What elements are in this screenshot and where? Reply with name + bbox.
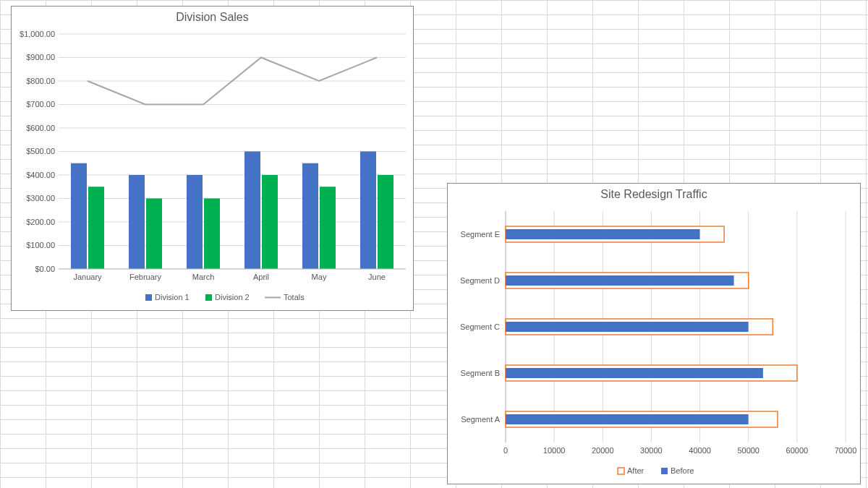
chart-title: Division Sales bbox=[12, 7, 413, 25]
svg-text:June: June bbox=[368, 273, 386, 281]
svg-text:Segment A: Segment A bbox=[461, 415, 500, 424]
svg-text:$0.00: $0.00 bbox=[35, 265, 55, 273]
chart-title: Site Redesign Traffic bbox=[448, 184, 860, 202]
svg-text:20000: 20000 bbox=[592, 446, 614, 455]
svg-text:Segment C: Segment C bbox=[460, 322, 500, 331]
svg-rect-43 bbox=[205, 294, 212, 301]
chart-legend: Division 1 Division 2 Totals bbox=[145, 293, 305, 301]
svg-text:Totals: Totals bbox=[284, 293, 305, 301]
svg-text:Division 2: Division 2 bbox=[215, 293, 250, 301]
svg-text:Before: Before bbox=[671, 466, 694, 475]
svg-rect-33 bbox=[378, 175, 393, 269]
svg-rect-26 bbox=[302, 163, 318, 269]
svg-text:Segment D: Segment D bbox=[460, 276, 500, 285]
svg-text:$300.00: $300.00 bbox=[26, 194, 55, 202]
chart-division-sales[interactable]: Division Sales $0.00 $100.00 $200.00 $30… bbox=[11, 6, 414, 311]
svg-text:60000: 60000 bbox=[786, 446, 809, 455]
x-axis-ticks: 0 10000 20000 30000 40000 50000 60000 70… bbox=[503, 446, 856, 455]
svg-text:$600.00: $600.00 bbox=[26, 124, 55, 132]
svg-rect-22 bbox=[71, 163, 87, 269]
chart-site-redesign[interactable]: Site Redesign Traffic bbox=[447, 183, 861, 484]
svg-text:30000: 30000 bbox=[640, 446, 663, 455]
svg-text:10000: 10000 bbox=[543, 446, 566, 455]
svg-text:40000: 40000 bbox=[689, 446, 711, 455]
y-axis-ticks: $0.00 $100.00 $200.00 $300.00 $400.00 $5… bbox=[20, 30, 55, 273]
svg-text:$200.00: $200.00 bbox=[26, 218, 55, 226]
svg-text:70000: 70000 bbox=[835, 446, 857, 455]
svg-rect-25 bbox=[244, 152, 260, 270]
y-axis-ticks: Segment E Segment D Segment C Segment B … bbox=[460, 230, 501, 424]
svg-text:$700.00: $700.00 bbox=[26, 100, 55, 108]
svg-text:After: After bbox=[627, 466, 644, 475]
svg-text:Segment B: Segment B bbox=[461, 369, 500, 377]
svg-rect-23 bbox=[129, 175, 145, 269]
svg-rect-63 bbox=[506, 368, 763, 378]
x-axis-ticks: January February March April May June bbox=[73, 273, 386, 281]
svg-rect-30 bbox=[204, 199, 220, 270]
svg-text:April: April bbox=[253, 273, 269, 281]
svg-rect-59 bbox=[506, 275, 734, 286]
svg-text:Segment E: Segment E bbox=[461, 230, 500, 239]
svg-text:0: 0 bbox=[503, 446, 508, 455]
svg-text:January: January bbox=[73, 273, 102, 281]
svg-rect-65 bbox=[506, 414, 749, 424]
svg-text:$100.00: $100.00 bbox=[26, 241, 55, 249]
svg-rect-32 bbox=[320, 187, 336, 269]
svg-rect-57 bbox=[506, 229, 700, 239]
svg-rect-61 bbox=[506, 322, 749, 332]
svg-rect-29 bbox=[146, 199, 162, 270]
chart-plot-area: $0.00 $100.00 $200.00 $300.00 $400.00 $5… bbox=[12, 27, 413, 309]
svg-text:March: March bbox=[192, 273, 215, 281]
svg-text:May: May bbox=[312, 273, 327, 281]
svg-text:50000: 50000 bbox=[737, 446, 760, 455]
svg-rect-31 bbox=[262, 175, 278, 269]
svg-text:February: February bbox=[129, 273, 162, 281]
svg-text:$900.00: $900.00 bbox=[26, 53, 55, 61]
svg-text:$500.00: $500.00 bbox=[26, 147, 55, 155]
svg-rect-24 bbox=[187, 175, 203, 269]
svg-text:Division 1: Division 1 bbox=[155, 293, 190, 301]
svg-rect-41 bbox=[145, 294, 152, 301]
svg-rect-81 bbox=[661, 468, 668, 474]
svg-rect-28 bbox=[88, 187, 104, 269]
svg-text:$1,000.00: $1,000.00 bbox=[20, 30, 55, 38]
svg-text:$400.00: $400.00 bbox=[26, 171, 55, 179]
svg-text:$800.00: $800.00 bbox=[26, 77, 55, 85]
svg-rect-79 bbox=[618, 468, 624, 474]
chart-legend: After Before bbox=[618, 466, 694, 475]
chart-plot-area: Segment E Segment D Segment C Segment B … bbox=[448, 204, 860, 482]
svg-rect-27 bbox=[360, 152, 376, 270]
